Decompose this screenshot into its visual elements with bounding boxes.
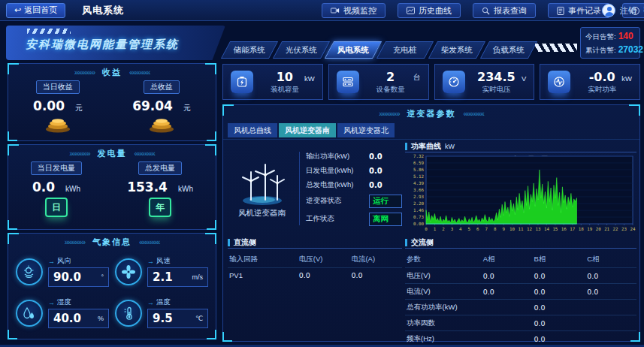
svg-text:14: 14 [544,227,549,231]
wind-speed-valuebox: 2.1 m/s [147,267,208,287]
table-row: 总有功功率(kW)0.0 [405,300,636,315]
section-bar-decoration [228,239,230,246]
svg-text:0: 0 [425,227,428,231]
wind-direction-label: 风向 [48,256,109,266]
device-count-unit: 台 [413,73,421,83]
divider [299,152,300,225]
svg-text:13: 13 [535,227,540,231]
waveform-icon [548,71,570,93]
section-bar-decoration [405,143,407,150]
device-count-card: 2 台 设备数量 [328,64,429,100]
tab-inverter-north[interactable]: 风机逆变器北 [337,123,395,137]
daily-revenue-unit: 元 [75,103,83,113]
svg-text:8: 8 [494,227,497,231]
temperature-valuebox: 9.5 ℃ [147,309,208,328]
generation-header: »»»»»» 发电量 «««««« [8,145,216,160]
video-monitor-button[interactable]: 视频监控 [322,3,385,18]
event-record-button[interactable]: 事件记录 [548,3,610,18]
svg-text:10: 10 [509,227,515,231]
fan-icon [115,258,142,285]
corner-decoration [8,330,17,339]
svg-text:9: 9 [502,227,505,231]
inverter-tabs: 风机总曲线 风机逆变器南 风机逆变器北 [228,123,395,137]
svg-text:19: 19 [587,227,592,231]
daily-generation-label: 当日发电量 [31,161,82,175]
temperature-label: 温度 [147,297,208,307]
daily-generation-value: 0.0 [32,180,55,195]
humidity-unit: % [98,315,104,322]
svg-text:3: 3 [451,227,454,231]
system-tabs: 储能系统 光伏系统 风电系统 充电桩 柴发系统 负载系统 [225,41,533,59]
humidity-valuebox: 40.0 % [48,309,109,328]
daily-revenue-label: 当日收益 [36,80,80,94]
svg-text:0.73: 0.73 [413,215,424,219]
back-home-button[interactable]: ↩ 返回首页 [6,3,65,18]
svg-text:18: 18 [579,227,584,231]
table-row: 电压(V)0.00.00.0 [405,268,636,284]
ac-side-section: 交流侧 参数 A相 B相 C相 电压(V)0.00.00.0 电流(V)0.00… [405,237,636,336]
total-generation-cell: 总发电量 153.4 kWh 年 [127,161,193,217]
back-home-label: 返回首页 [24,5,57,16]
wind-direction-icon [16,258,43,285]
power-curve-chart[interactable]: 0.000.731.462.202.933.664.395.125.866.59… [405,153,636,233]
svg-text:15: 15 [552,227,558,231]
output-power-value: 0.0 [369,152,382,161]
humidity-value: 40.0 [53,312,81,325]
installed-capacity-unit: kW [304,74,315,83]
svg-text:4.39: 4.39 [413,181,424,186]
user-box: 注销 [602,0,636,21]
svg-text:1: 1 [434,227,437,231]
wind-speed-value: 2.1 [153,270,173,284]
gold-coins-icon [43,113,73,133]
revenue-title: 收益 [102,67,122,78]
back-arrow-icon: ↩ [14,5,21,15]
logout-button[interactable]: 注销 [620,5,636,17]
server-icon [337,71,359,93]
history-curve-button[interactable]: 历史曲线 [398,3,461,18]
weather-panel: »»»»»» 气象信息 «««««« 风向 90.0 ° 风速 [8,233,216,339]
revenue-panel: »»»»»» 收益 «««««« 当日收益 0.00 元 总收益 69.04 元 [8,63,216,141]
realtime-power-card: -0.0 kW 实时功率 [540,64,640,100]
top-nav: 视频监控 历史曲线 报表查询 事件记录 ? 帮助文档 [322,3,644,18]
arrow-decoration: »»»»»» [69,149,89,158]
daily-generation-cell: 当日发电量 0.0 kWh 日 [31,161,82,217]
inverter-panel: »»»»»» 逆变器参数 «««««« 风机总曲线 风机逆变器南 风机逆变器北 … [222,104,640,342]
svg-text:21: 21 [604,227,609,231]
humidity-icon [16,300,43,327]
realtime-voltage-value: 234.5 [477,70,516,84]
arrow-decoration: «««««« [129,68,150,77]
installed-capacity-value: 10 [277,70,293,84]
tab-storage-system[interactable]: 储能系统 [221,41,278,59]
svg-text:22: 22 [613,227,618,231]
arrow-decoration: «««««« [464,110,484,118]
tab-turbine-total-curve[interactable]: 风机总曲线 [228,123,277,137]
daily-battery-icon: 日 [45,198,68,217]
arrow-decoration: «««««« [139,238,159,246]
weather-title: 气象信息 [92,237,132,248]
tab-load-system[interactable]: 负载系统 [480,41,537,59]
power-curve-section: 功率曲线 kW 2023年2月4日 0.000.731.462.202.933.… [405,141,636,234]
realtime-voltage-unit: V [522,74,526,83]
event-record-label: 事件记录 [568,5,601,17]
temperature-unit: ℃ [195,315,203,322]
wind-turbine-icon [232,158,292,207]
ac-side-title: 交流侧 [411,237,434,248]
gold-coins-icon [147,113,177,133]
total-battery-icon: 年 [149,198,171,217]
total-revenue-label: 总收益 [144,80,180,94]
humidity-cell: 湿度 40.0 % [16,296,109,330]
inverter-status-badge: 运行 [369,195,402,208]
tab-inverter-south[interactable]: 风机逆变器南 [279,123,336,137]
tab-diesel-system[interactable]: 柴发系统 [428,41,485,59]
report-query-button[interactable]: 报表查询 [473,3,536,18]
tab-wind-system[interactable]: 风电系统 [325,41,382,59]
dc-table: 输入回路 电压(V) 电流(A) PV1 0.0 0.0 [228,252,402,282]
corner-decoration [207,131,216,141]
divider [223,139,639,140]
corner-decoration [207,220,216,230]
tab-pv-system[interactable]: 光伏系统 [273,41,330,59]
table-row: 频率(Hz)0.0 [405,331,636,347]
today-alarm-row: 今日告警: 140 [585,31,639,42]
user-avatar-icon[interactable] [602,4,615,17]
tab-charging-pile[interactable]: 充电桩 [376,41,434,59]
